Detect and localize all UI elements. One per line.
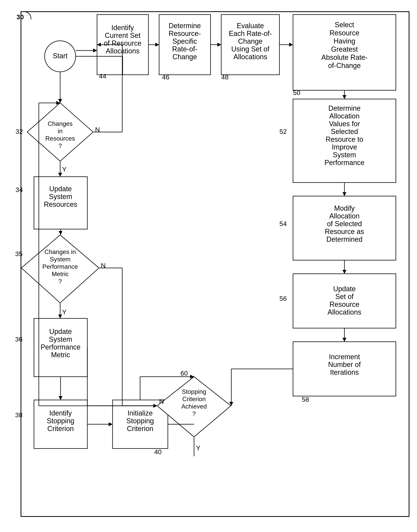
node-50-label: Select xyxy=(335,21,354,29)
node-35-label2: System xyxy=(50,256,71,263)
svg-marker-7 xyxy=(109,422,113,426)
node-60-label: Stopping xyxy=(182,388,206,395)
start-label: Start xyxy=(53,52,68,60)
ref-48: 48 xyxy=(221,73,229,81)
node-60-label2: Criterion xyxy=(182,395,206,403)
ref-52: 52 xyxy=(279,128,287,135)
flowchart-diagram: 30 Start Identify Current Set of Resourc… xyxy=(0,0,417,532)
node-36-label: Update xyxy=(49,328,72,336)
ref-30: 30 xyxy=(17,13,24,21)
node-46-label: Determine xyxy=(169,22,201,30)
svg-marker-15 xyxy=(343,270,346,274)
node-48-label2: Each Rate-of- xyxy=(229,30,272,37)
svg-marker-18 xyxy=(93,49,97,53)
svg-marker-14 xyxy=(343,192,346,196)
node-46-label4: Rate-of- xyxy=(172,45,197,53)
node-44-label2: Current Set xyxy=(105,32,140,39)
svg-marker-13 xyxy=(343,95,346,99)
ref-32: 32 xyxy=(16,128,23,135)
node-32-label4: ? xyxy=(58,142,62,149)
node-38-label2: Stopping xyxy=(47,417,74,425)
label-60-y: Y xyxy=(196,444,200,452)
node-50-label6: of-Change xyxy=(328,62,361,70)
node-44-label3: of Resource xyxy=(104,39,141,47)
node-52-label2: Allocation xyxy=(329,112,360,120)
node-32-label3: Resources xyxy=(45,135,75,142)
ref-38: 38 xyxy=(15,411,22,419)
node-54-label3: of Selected xyxy=(327,220,362,228)
node-50-label4: Greatest xyxy=(331,45,358,53)
node-38-label3: Criterion xyxy=(47,425,74,433)
node-35-label: Changes in xyxy=(44,248,76,255)
node-35-label3: Performance xyxy=(42,263,78,270)
node-48-label5: Allocations xyxy=(233,53,267,61)
node-34-label2: System xyxy=(49,193,72,201)
node-48-label: Evaluate xyxy=(237,22,264,30)
node-46-label2: Resource- xyxy=(169,30,201,37)
ref-58: 58 xyxy=(302,396,309,403)
ref-56: 56 xyxy=(279,295,287,302)
node-34-label: Update xyxy=(49,185,72,193)
node-54-label5: Determined xyxy=(326,235,363,243)
ref-60: 60 xyxy=(180,370,188,377)
svg-marker-16 xyxy=(343,338,346,342)
svg-marker-12 xyxy=(289,43,293,47)
ref-35: 35 xyxy=(15,250,22,257)
node-40-label3: Criterion xyxy=(127,425,153,433)
ref-44: 44 xyxy=(99,72,106,80)
node-35-label5: ? xyxy=(58,278,62,285)
node-36-label3: Performance xyxy=(41,343,81,351)
node-56-label3: Resource xyxy=(330,300,359,308)
label-35-n: N xyxy=(101,262,106,269)
label-60-n: N xyxy=(159,398,164,405)
node-50-label3: Having xyxy=(334,37,355,45)
node-56-label4: Allocations xyxy=(328,308,361,316)
label-35-y: Y xyxy=(62,308,67,316)
node-54-label2: Allocation xyxy=(329,212,360,220)
node-36-label4: Metric xyxy=(51,351,70,359)
node-48-label3: Change xyxy=(238,37,262,45)
node-48-label4: Using Set of xyxy=(231,45,270,53)
ref-34: 34 xyxy=(16,186,23,193)
node-52-label8: Performance xyxy=(324,159,365,167)
node-32-label: Changes xyxy=(48,120,73,127)
label-32-n: N xyxy=(95,126,100,133)
node-60-label3: Achieved xyxy=(181,403,207,410)
node-46-label5: Change xyxy=(173,53,197,61)
node-36-label2: System xyxy=(49,335,72,343)
node-32-label2: in xyxy=(58,128,63,135)
node-58-label3: Iterations xyxy=(330,368,359,376)
node-52-label4: Selected xyxy=(331,128,358,136)
node-52-label7: System xyxy=(333,151,356,159)
node-44-label: Identify xyxy=(111,24,134,32)
node-58-label: Increment xyxy=(329,353,360,361)
ref-40: 40 xyxy=(154,448,162,456)
node-34-label3: Resources xyxy=(44,200,77,208)
label-32-y: Y xyxy=(62,166,67,173)
svg-marker-11 xyxy=(217,43,221,47)
node-52-label5: Resource to xyxy=(326,135,363,143)
node-60-label4: ? xyxy=(192,410,196,417)
node-44-label4: Allocations xyxy=(106,47,139,55)
node-38-label: Identify xyxy=(49,409,72,417)
svg-marker-3 xyxy=(59,231,63,235)
svg-marker-1 xyxy=(58,173,62,177)
node-50-label2: Resource xyxy=(330,29,359,37)
node-54-label4: Resource as xyxy=(325,228,364,235)
node-52-label: Determine xyxy=(328,104,361,112)
node-52-label3: Values for xyxy=(329,120,360,128)
svg-marker-10 xyxy=(155,43,159,47)
node-58-label2: Number of xyxy=(328,361,361,369)
ref-36: 36 xyxy=(15,336,22,343)
ref-54: 54 xyxy=(279,220,287,227)
node-40-label: Initialize xyxy=(127,409,153,417)
node-40-label2: Stopping xyxy=(126,417,154,425)
node-50-label5: Absolute Rate- xyxy=(321,53,367,61)
ref-50: 50 xyxy=(293,89,300,96)
svg-marker-6 xyxy=(59,396,63,400)
ref-46: 46 xyxy=(162,73,169,81)
node-35-label4: Metric xyxy=(52,270,69,277)
node-56-label: Update xyxy=(333,285,356,293)
node-54-label: Modify xyxy=(334,204,355,212)
svg-marker-4 xyxy=(58,315,62,319)
